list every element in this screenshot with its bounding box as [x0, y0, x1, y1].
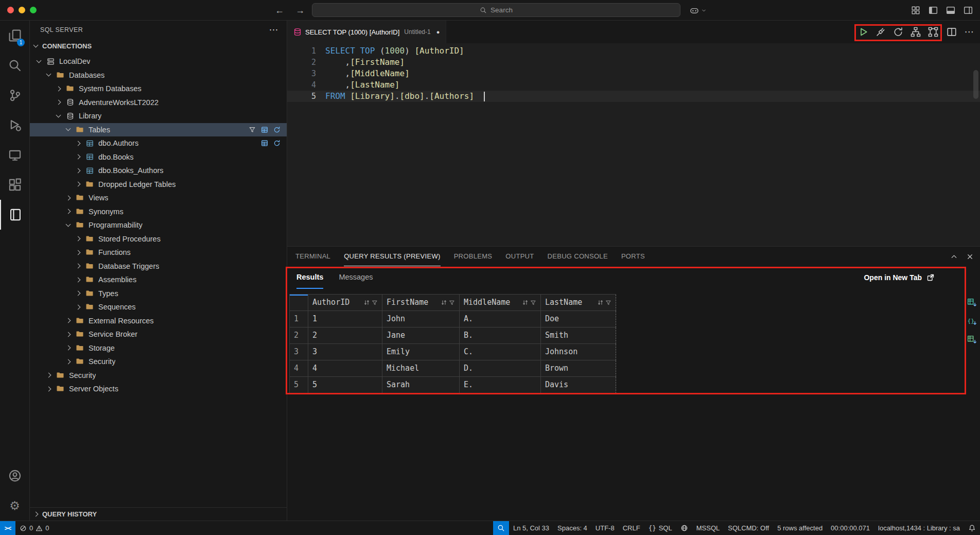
status-notifications[interactable]	[964, 521, 980, 535]
filter-icon[interactable]	[605, 300, 611, 306]
close-panel-button[interactable]	[966, 253, 974, 261]
grid-cell[interactable]: 2	[308, 327, 382, 344]
grid-cell[interactable]: Emily	[382, 344, 460, 360]
change-connection-button[interactable]	[892, 26, 904, 38]
grid-header-firstname[interactable]: FirstName	[382, 295, 460, 311]
filter-button[interactable]	[249, 126, 256, 133]
toggle-secondary-sidebar-button[interactable]	[964, 6, 973, 15]
code-line-4[interactable]: 4 ,[LastName]	[287, 79, 980, 91]
sidebar-more-actions-button[interactable]: ⋯	[269, 24, 278, 36]
grid-button[interactable]	[261, 140, 268, 147]
code-line-3[interactable]: 3 ,[MiddleName]	[287, 68, 980, 79]
maximize-panel-button[interactable]	[950, 253, 958, 261]
panel-tab-debug-console[interactable]: DEBUG CONSOLE	[548, 247, 608, 266]
row-number-cell[interactable]: 4	[290, 360, 308, 377]
activity-bar-search[interactable]	[0, 50, 29, 80]
filter-icon[interactable]	[530, 300, 536, 306]
go-back-button[interactable]: ←	[275, 5, 284, 16]
tree-item-assemblies[interactable]: Assemblies	[30, 273, 287, 287]
grid-header-middlename[interactable]: MiddleName	[460, 295, 541, 311]
grid-cell[interactable]: Doe	[541, 311, 616, 327]
status-connection-info[interactable]: localhost,1434 : Library : sa	[874, 521, 964, 535]
toggle-primary-sidebar-button[interactable]	[929, 6, 938, 15]
tree-item-system-databases[interactable]: System Databases	[30, 82, 287, 96]
remote-indicator[interactable]: ><	[0, 521, 15, 535]
status-rows-affected[interactable]: 5 rows affected	[773, 521, 827, 535]
grid-header-lastname[interactable]: LastName	[541, 295, 616, 311]
row-number-cell[interactable]: 2	[290, 327, 308, 344]
editor-tab-untitled-1[interactable]: SELECT TOP (1000) [AuthorID] Untitled-1 …	[287, 21, 446, 43]
activity-bar-manage[interactable]: ⚙	[0, 491, 29, 521]
tree-item-functions[interactable]: Functions	[30, 246, 287, 260]
tree-item-dbo-books-authors[interactable]: dbo.Books_Authors	[30, 164, 287, 178]
panel-tab-terminal[interactable]: TERMINAL	[295, 247, 330, 266]
code-line-2[interactable]: 2 ,[FirstName]	[287, 57, 980, 68]
save-as-excel-button[interactable]	[967, 335, 977, 344]
panel-tab-problems[interactable]: PROBLEMS	[454, 247, 493, 266]
grid-cell[interactable]: John	[382, 311, 460, 327]
activity-bar-source-control[interactable]	[0, 80, 29, 110]
activity-bar-accounts[interactable]	[0, 461, 29, 491]
tree-item-server-objects[interactable]: Server Objects	[30, 382, 287, 396]
tree-item-types[interactable]: Types	[30, 287, 287, 301]
tree-item-security[interactable]: Security	[30, 369, 287, 383]
sort-icon[interactable]	[363, 299, 370, 306]
toggle-panel-button[interactable]	[946, 6, 955, 15]
minimize-window-button[interactable]	[19, 7, 25, 13]
status-connection-provider[interactable]: MSSQL	[692, 521, 724, 535]
activity-bar-run-and-debug[interactable]	[0, 110, 29, 140]
tree-item-library[interactable]: Library	[30, 109, 287, 123]
grid-cell[interactable]: Smith	[541, 327, 616, 344]
sort-icon[interactable]	[441, 299, 447, 306]
sort-icon[interactable]	[522, 299, 529, 306]
activity-bar-explorer[interactable]: 1	[0, 21, 29, 50]
save-as-json-button[interactable]: {}	[967, 317, 977, 326]
customize-layout-button[interactable]	[911, 6, 920, 15]
grid-header-authorid[interactable]: AuthorID	[308, 295, 382, 311]
status-localization[interactable]	[676, 521, 692, 535]
status-sqlcmd-mode[interactable]: SQLCMD: Off	[724, 521, 773, 535]
row-number-cell[interactable]: 3	[290, 344, 308, 360]
tree-item-dbo-authors[interactable]: dbo.Authors	[30, 136, 287, 150]
tree-item-synonyms[interactable]: Synonyms	[30, 205, 287, 219]
activity-bar-remote-explorer[interactable]	[0, 140, 29, 170]
code-editor[interactable]: 1SELECT TOP (1000) [AuthorID]2 ,[FirstNa…	[287, 43, 980, 246]
grid-cell[interactable]: Jane	[382, 327, 460, 344]
query-history-section-header[interactable]: QUERY HISTORY	[30, 507, 287, 521]
status-elapsed-time[interactable]: 00:00:00.071	[827, 521, 874, 535]
more-actions-button[interactable]: ⋯	[964, 26, 975, 38]
grid-button[interactable]	[261, 126, 268, 133]
tree-item-service-broker[interactable]: Service Broker	[30, 327, 287, 341]
estimated-plan-button[interactable]	[910, 26, 921, 38]
command-center-search[interactable]: Search	[312, 3, 680, 17]
tree-item-sequences[interactable]: Sequences	[30, 300, 287, 314]
tree-item-dropped-ledger-tables[interactable]: Dropped Ledger Tables	[30, 178, 287, 192]
status-cursor-position[interactable]: Ln 5, Col 33	[509, 521, 553, 535]
filter-icon[interactable]	[449, 300, 455, 306]
grid-cell[interactable]: D.	[460, 360, 541, 377]
grid-cell[interactable]: 5	[308, 377, 382, 393]
grid-cell[interactable]: 1	[308, 311, 382, 327]
status-encoding[interactable]: UTF-8	[591, 521, 619, 535]
copilot-menu[interactable]	[690, 0, 707, 21]
grid-cell[interactable]: Brown	[541, 360, 616, 377]
row-number-cell[interactable]: 1	[290, 311, 308, 327]
tree-item-storage[interactable]: Storage	[30, 341, 287, 355]
status-indentation[interactable]: Spaces: 4	[553, 521, 591, 535]
close-window-button[interactable]	[7, 7, 14, 13]
panel-tab-query-results-preview[interactable]: QUERY RESULTS (PREVIEW)	[344, 247, 441, 266]
run-query-button[interactable]	[857, 26, 869, 38]
connect-button[interactable]	[875, 26, 886, 38]
tree-item-adventureworkslt2022[interactable]: AdventureWorksLT2022	[30, 96, 287, 110]
code-line-1[interactable]: 1SELECT TOP (1000) [AuthorID]	[287, 45, 980, 57]
actual-plan-button[interactable]	[927, 26, 939, 38]
grid-cell[interactable]: Sarah	[382, 377, 460, 393]
results-tab-results[interactable]: Results	[296, 266, 323, 289]
editor-scrollbar[interactable]	[973, 70, 978, 99]
panel-tab-ports[interactable]: PORTS	[621, 247, 645, 266]
grid-cell[interactable]: Michael	[382, 360, 460, 377]
modified-indicator-icon[interactable]: ●	[436, 29, 440, 35]
macos-window-controls[interactable]	[7, 7, 37, 13]
grid-cell[interactable]: C.	[460, 344, 541, 360]
tree-item-databases[interactable]: Databases	[30, 68, 287, 82]
